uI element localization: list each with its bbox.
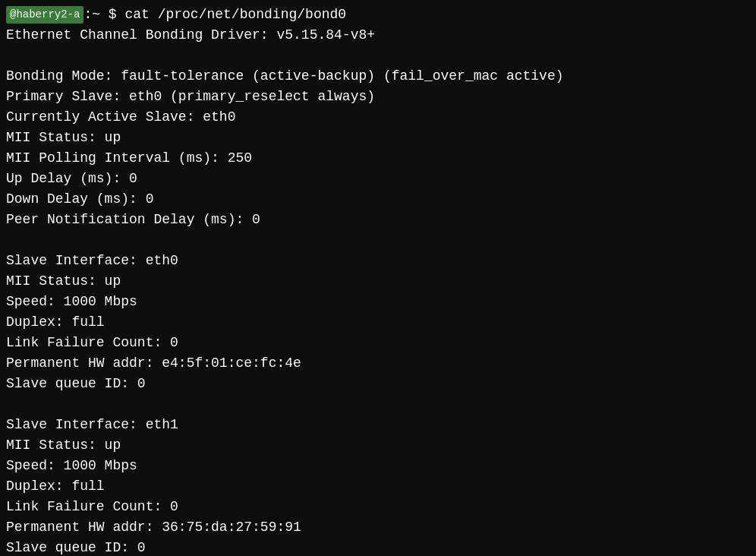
output-line: Slave queue ID: 0 (6, 374, 750, 394)
output-line: Peer Notification Delay (ms): 0 (6, 210, 750, 230)
output-line: Slave queue ID: 0 (6, 538, 750, 556)
output-area: Ethernet Channel Bonding Driver: v5.15.8… (6, 25, 750, 556)
output-line: Up Delay (ms): 0 (6, 169, 750, 189)
output-line: Duplex: full (6, 476, 750, 497)
output-line: Down Delay (ms): 0 (6, 189, 750, 210)
output-line: Link Failure Count: 0 (6, 333, 750, 353)
output-line: MII Status: up (6, 271, 750, 292)
output-line: Slave Interface: eth1 (6, 415, 750, 435)
output-line (6, 394, 750, 415)
prompt-text: :~ $ (83, 5, 116, 25)
output-line (6, 46, 750, 66)
command-text: cat /proc/net/bonding/bond0 (117, 5, 346, 25)
output-line: MII Polling Interval (ms): 250 (6, 148, 750, 169)
output-line: Duplex: full (6, 312, 750, 333)
output-line: Speed: 1000 Mbps (6, 292, 750, 312)
output-line: Slave Interface: eth0 (6, 251, 750, 271)
output-line: MII Status: up (6, 435, 750, 456)
output-line: Primary Slave: eth0 (primary_reselect al… (6, 87, 750, 107)
output-line (6, 230, 750, 251)
output-line: Link Failure Count: 0 (6, 497, 750, 517)
output-line: Bonding Mode: fault-tolerance (active-ba… (6, 66, 750, 87)
prompt-line: @haberry2-a:~ $ cat /proc/net/bonding/bo… (6, 5, 750, 25)
output-line: Speed: 1000 Mbps (6, 456, 750, 476)
avatar: @haberry2-a (6, 6, 83, 24)
output-line: Currently Active Slave: eth0 (6, 107, 750, 128)
output-line: Permanent HW addr: 36:75:da:27:59:91 (6, 517, 750, 538)
output-line: Permanent HW addr: e4:5f:01:ce:fc:4e (6, 353, 750, 374)
output-line: MII Status: up (6, 128, 750, 148)
output-line: Ethernet Channel Bonding Driver: v5.15.8… (6, 25, 750, 46)
terminal-window[interactable]: @haberry2-a:~ $ cat /proc/net/bonding/bo… (0, 0, 756, 556)
